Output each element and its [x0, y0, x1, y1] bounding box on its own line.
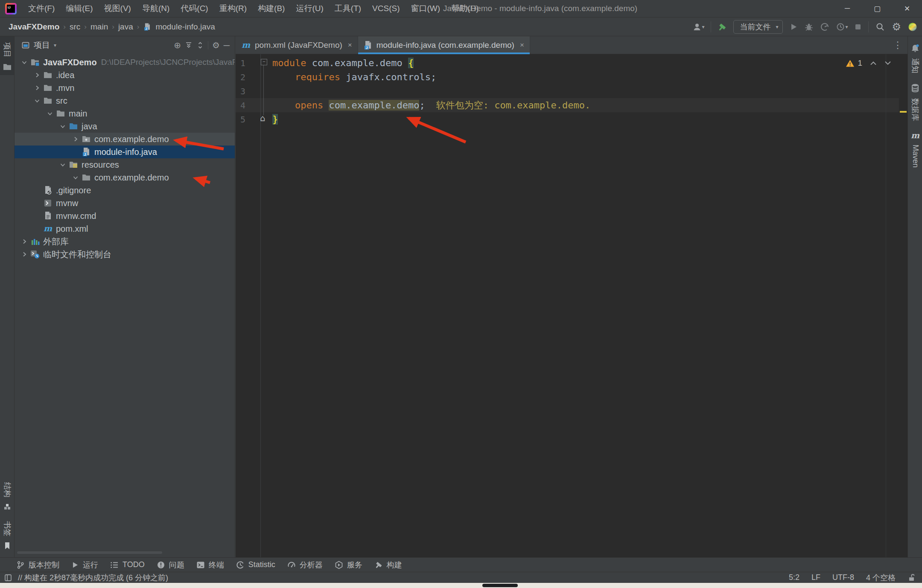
tab-options-kebab-icon[interactable]: ⋮: [888, 40, 907, 51]
tree-item[interactable]: .mvn: [15, 82, 235, 94]
project-panel-title[interactable]: 项目: [34, 40, 50, 51]
code-line[interactable]: 2 requires javafx.controls;: [236, 70, 907, 84]
chevron-down-icon[interactable]: [70, 175, 81, 180]
tool-window-button-notifications[interactable]: 通知: [908, 40, 922, 79]
menu-item[interactable]: 导航(N): [137, 0, 175, 17]
menu-item[interactable]: 运行(U): [290, 0, 329, 17]
chevron-down-icon[interactable]: [19, 59, 30, 65]
menu-item[interactable]: VCS(S): [367, 0, 405, 17]
collapse-all-icon[interactable]: [196, 41, 204, 49]
tree-item[interactable]: 临时文件和控制台: [15, 248, 235, 261]
chevron-down-icon[interactable]: ▾: [54, 42, 56, 48]
code-line[interactable]: 3: [236, 84, 907, 98]
tool-window-button-run[interactable]: 运行: [71, 560, 98, 570]
tool-window-button-structure[interactable]: 结构: [0, 476, 14, 515]
warning-stripe-mark[interactable]: [900, 111, 907, 113]
stop-button[interactable]: [854, 23, 862, 31]
line-number[interactable]: 2: [236, 72, 260, 82]
warning-indicator[interactable]: 1: [846, 58, 862, 68]
panel-settings-gear-icon[interactable]: ⚙: [212, 40, 220, 50]
breadcrumb-item[interactable]: java: [118, 22, 133, 32]
unlock-icon[interactable]: [907, 574, 915, 582]
expand-all-icon[interactable]: [185, 41, 193, 49]
tool-window-button-maven[interactable]: mMaven: [908, 128, 922, 173]
tree-item[interactable]: mvnw.cmd: [15, 210, 235, 222]
coverage-button[interactable]: ▾: [836, 22, 848, 32]
run-button[interactable]: [789, 23, 798, 31]
tool-window-button-git[interactable]: 版本控制: [16, 560, 59, 570]
breadcrumb-item[interactable]: module-info.java: [155, 22, 215, 32]
status-message[interactable]: // 构建在 2秒87毫秒内成功完成 (6 分钟之前): [18, 573, 168, 583]
fold-end-icon[interactable]: ⌂: [260, 113, 266, 123]
tool-window-button-database[interactable]: 数据库: [908, 79, 922, 128]
build-hammer-icon[interactable]: [718, 22, 727, 32]
tool-window-button-problems[interactable]: 问题: [157, 560, 184, 570]
menu-item[interactable]: 代码(C): [175, 0, 213, 17]
tab-close-icon[interactable]: ×: [348, 41, 352, 49]
code-lines[interactable]: 1module com.example.demo {2 requires jav…: [236, 56, 907, 126]
code-line[interactable]: 4 opens com.example.demo;软件包为空: com.exam…: [236, 98, 907, 112]
chevron-right-icon[interactable]: [19, 239, 30, 245]
tool-window-button-terminal[interactable]: 终端: [196, 560, 224, 570]
tool-window-button-profiler[interactable]: 分析器: [287, 560, 323, 570]
code-line[interactable]: 1module com.example.demo {: [236, 56, 907, 70]
chevron-right-icon[interactable]: [32, 85, 43, 91]
locate-file-icon[interactable]: ⊕: [174, 40, 181, 50]
minimize-button[interactable]: ─: [832, 0, 862, 17]
chevron-right-icon[interactable]: [70, 136, 81, 142]
tool-window-button-build[interactable]: 构建: [374, 560, 402, 570]
chevron-down-icon[interactable]: [57, 123, 68, 129]
code-line[interactable]: 5}: [236, 112, 907, 126]
chevron-down-icon[interactable]: [32, 98, 43, 104]
editor-tab[interactable]: mpom.xml (JavaFXDemo)×: [236, 36, 358, 54]
run-configuration-select[interactable]: 当前文件▾: [733, 20, 783, 34]
menu-item[interactable]: 文件(F): [23, 0, 60, 17]
profiler-button[interactable]: [820, 22, 829, 32]
line-separator[interactable]: LF: [811, 573, 820, 582]
breadcrumb-item[interactable]: JavaFXDemo: [9, 22, 59, 32]
fold-collapse-icon[interactable]: −: [261, 59, 267, 65]
maximize-button[interactable]: ▢: [862, 0, 892, 17]
tree-item[interactable]: resources: [15, 158, 235, 171]
tree-item[interactable]: com.example.demo: [15, 171, 235, 184]
caret-position[interactable]: 5:2: [789, 573, 799, 582]
plugin-sphere-icon[interactable]: [907, 22, 918, 32]
line-number[interactable]: 1: [236, 58, 260, 68]
tree-item[interactable]: Jmodule-info.java: [15, 146, 235, 158]
chevron-right-icon[interactable]: [32, 72, 43, 78]
tree-item[interactable]: .idea: [15, 69, 235, 82]
tree-item[interactable]: JavaFXDemoD:\IDEAProjects\JCNCProjects\J…: [15, 56, 235, 69]
close-button[interactable]: ✕: [892, 0, 922, 17]
tree-item[interactable]: mvnw: [15, 197, 235, 210]
tool-window-button-project[interactable]: 项目: [0, 36, 14, 75]
previous-problem-icon[interactable]: [870, 61, 877, 65]
tree-item[interactable]: mpom.xml: [15, 222, 235, 235]
user-account-icon[interactable]: ▾: [692, 22, 704, 32]
chevron-right-icon[interactable]: [19, 251, 30, 257]
error-stripe-scrollbar[interactable]: [899, 54, 907, 557]
menu-item[interactable]: 构建(B): [252, 0, 290, 17]
tree-item[interactable]: 外部库: [15, 235, 235, 248]
tool-window-button-services[interactable]: 服务: [335, 560, 362, 570]
menu-item[interactable]: 重构(R): [214, 0, 252, 17]
next-problem-icon[interactable]: [884, 61, 891, 65]
tree-item[interactable]: src: [15, 94, 235, 107]
breadcrumb-item[interactable]: main: [90, 22, 108, 32]
tool-window-button-bookmarks[interactable]: 书签: [0, 515, 14, 554]
line-number[interactable]: 4: [236, 100, 260, 111]
tool-window-button-statistic[interactable]: Statistic: [236, 560, 275, 569]
tool-window-button-todo[interactable]: TODO: [110, 560, 145, 569]
chevron-down-icon[interactable]: [57, 162, 68, 168]
editor-tab[interactable]: Jmodule-info.java (com.example.demo)×: [358, 36, 530, 54]
horizontal-scrollbar[interactable]: [17, 551, 162, 554]
line-number[interactable]: 3: [236, 86, 260, 96]
layout-icon[interactable]: [4, 574, 12, 582]
file-encoding[interactable]: UTF-8: [832, 573, 854, 582]
chevron-down-icon[interactable]: [44, 111, 55, 116]
indent-style[interactable]: 4 个空格: [866, 573, 896, 583]
tree-item[interactable]: com.example.demo: [15, 133, 235, 146]
menu-item[interactable]: 视图(V): [99, 0, 137, 17]
settings-gear-icon[interactable]: ⚙: [892, 21, 901, 33]
tree-item[interactable]: main: [15, 107, 235, 120]
debug-button[interactable]: [804, 22, 814, 32]
